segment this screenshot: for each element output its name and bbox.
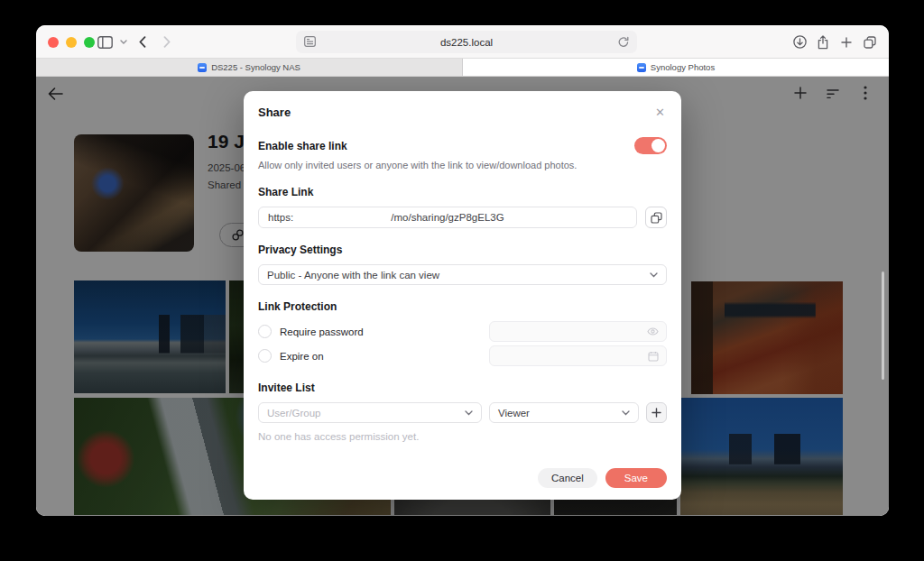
chevron-right-icon <box>163 36 171 48</box>
new-tab-button[interactable] <box>836 25 857 59</box>
close-icon[interactable]: ✕ <box>653 105 667 120</box>
chevron-down-icon <box>120 40 127 44</box>
plus-icon <box>651 408 661 418</box>
traffic-lights <box>48 37 95 48</box>
privacy-select[interactable]: Public - Anyone with the link can view <box>258 264 667 285</box>
share-link-description: Allow only invited users or anyone with … <box>258 160 667 170</box>
chevron-down-icon <box>622 410 630 416</box>
dsm-favicon <box>198 63 207 72</box>
cancel-button[interactable]: Cancel <box>538 468 597 488</box>
url-text: ds225.local <box>440 37 493 48</box>
dialog-title: Share <box>258 106 291 119</box>
sidebar-toggle-button[interactable] <box>94 25 116 59</box>
chevron-left-icon <box>139 36 146 48</box>
plus-icon <box>841 37 852 48</box>
user-group-select[interactable]: User/Group <box>258 402 482 423</box>
expire-on-label: Expire on <box>280 351 324 362</box>
safari-window: ds225.local DS225 - Synology NAS Synolog… <box>36 25 889 516</box>
enable-share-link-toggle[interactable] <box>634 137 667 154</box>
sidebar-chevron-button[interactable] <box>117 25 130 59</box>
invitee-list-heading: Invitee List <box>258 382 667 394</box>
download-icon <box>793 35 807 49</box>
enable-share-link-label: Enable share link <box>258 140 347 152</box>
privacy-selected-value: Public - Anyone with the link can view <box>267 270 439 280</box>
toggle-knob <box>651 139 665 152</box>
invitee-empty-message: No one has access permission yet. <box>258 431 667 442</box>
tab-ds225-nas[interactable]: DS225 - Synology NAS <box>36 59 463 76</box>
link-protection-heading: Link Protection <box>258 300 667 313</box>
reload-button[interactable] <box>618 36 629 48</box>
share-link-heading: Share Link <box>258 186 667 198</box>
address-bar[interactable]: ds225.local <box>296 31 637 53</box>
eye-icon <box>647 327 659 336</box>
reader-view-icon[interactable] <box>304 36 316 47</box>
privacy-settings-heading: Privacy Settings <box>258 244 667 256</box>
tab-title: Synology Photos <box>651 62 715 72</box>
synology-photos-favicon <box>637 63 646 72</box>
calendar-icon <box>648 351 659 362</box>
tab-synology-photos[interactable]: Synology Photos <box>463 59 889 76</box>
share-page-button[interactable] <box>812 25 834 59</box>
downloads-button[interactable] <box>789 25 810 59</box>
chevron-down-icon <box>650 272 658 278</box>
tab-title: DS225 - Synology NAS <box>211 62 300 72</box>
expire-date-input[interactable] <box>489 345 667 366</box>
minimize-window-button[interactable] <box>66 37 77 48</box>
chevron-down-icon <box>465 410 473 416</box>
user-group-placeholder: User/Group <box>267 408 320 418</box>
password-input[interactable] <box>489 321 667 342</box>
copy-link-button[interactable] <box>645 207 667 228</box>
save-button[interactable]: Save <box>605 468 667 488</box>
require-password-label: Require password <box>280 326 364 337</box>
forward-button[interactable] <box>158 25 176 59</box>
copy-icon <box>651 212 662 224</box>
share-icon <box>817 35 829 50</box>
add-invitee-button[interactable] <box>646 402 667 423</box>
tab-overview-button[interactable] <box>859 25 881 59</box>
page-scrollbar[interactable] <box>882 271 884 380</box>
back-button[interactable] <box>134 25 152 59</box>
share-link-field[interactable]: https: /mo/sharing/gzP8gEL3G <box>258 207 637 228</box>
photos-page: 19 Ju 2025-06 Shared w Sh Share ✕ Enable… <box>36 77 889 516</box>
sidebar-icon <box>97 36 113 49</box>
share-url-path: /mo/sharing/gzP8gEL3G <box>259 212 636 223</box>
expire-on-checkbox[interactable] <box>258 349 272 363</box>
role-selected-value: Viewer <box>498 408 530 418</box>
close-window-button[interactable] <box>48 37 59 48</box>
tabs-icon <box>864 36 876 49</box>
require-password-checkbox[interactable] <box>258 325 272 338</box>
tab-bar: DS225 - Synology NAS Synology Photos <box>36 59 889 77</box>
share-dialog: Share ✕ Enable share link Allow only inv… <box>244 91 681 500</box>
role-select[interactable]: Viewer <box>489 402 639 423</box>
browser-toolbar: ds225.local <box>36 25 889 59</box>
